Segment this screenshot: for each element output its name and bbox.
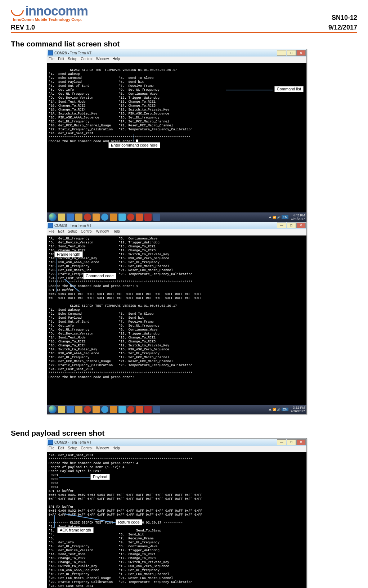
screenshot-send-payload: COM28 - Tera Term VT — □ ✕ File Edit Set… [47, 438, 307, 588]
window-title: COM28 - Tera Term VT [54, 51, 91, 55]
header-divider [11, 32, 357, 33]
minimize-button[interactable]: — [277, 439, 286, 445]
callout-line [59, 477, 90, 478]
taskbar-icon[interactable] [118, 406, 126, 413]
callout-command-code: Command code [83, 273, 116, 279]
app-icon [48, 50, 53, 55]
taskbar-icon[interactable] [136, 406, 143, 413]
lang-indicator[interactable]: EN [282, 215, 288, 219]
maximize-button[interactable]: □ [287, 223, 296, 228]
menu-help[interactable]: Help [112, 229, 120, 235]
taskbar-icon[interactable] [93, 406, 100, 413]
callout-frame-length: Frame length [54, 251, 83, 257]
menu-edit[interactable]: Edit [58, 57, 64, 63]
menu-setup[interactable]: Setup [68, 446, 77, 452]
callout-ack-frame: ACK frame length [57, 527, 94, 533]
taskbar-icon[interactable] [75, 214, 82, 221]
menu-edit[interactable]: Edit [58, 446, 64, 452]
terminal-output: ---------- KL25Z SIGFOX TEST FIRMWARE VE… [47, 63, 306, 212]
menu-edit[interactable]: Edit [58, 229, 64, 235]
taskbar-clock: 3:32 PM7/26/2017 [291, 406, 305, 413]
document-date: 9/12/2017 [328, 24, 357, 31]
start-orb-icon[interactable] [49, 213, 57, 221]
revision-label: REV 1.0 [11, 24, 35, 31]
taskbar-icon[interactable] [127, 406, 134, 413]
callout-enter-code: Enter command code here [108, 142, 160, 148]
taskbar-icon[interactable] [101, 406, 108, 413]
window-titlebar: COM28 - Tera Term VT — □ ✕ [47, 49, 306, 57]
callout-command-list: Command list [274, 86, 304, 92]
taskbar-icon[interactable] [110, 214, 117, 221]
callout-line [57, 258, 57, 292]
menu-control[interactable]: Control [81, 446, 93, 452]
callout-return-code: Return code [116, 519, 142, 525]
tray-arrow-icon[interactable] [269, 408, 271, 410]
menubar: File Edit Setup Control Window Help [47, 229, 306, 235]
windows-taskbar: 📶 🔊EN 4:45 PM7/21/2017 [47, 212, 306, 222]
menu-file[interactable]: File [49, 446, 54, 452]
terminal-output: *24. Get_Last_Sent_RSSI ****************… [47, 452, 306, 588]
minimize-button[interactable]: — [277, 50, 286, 56]
taskbar-icon[interactable] [110, 406, 117, 413]
menu-control[interactable]: Control [81, 229, 93, 235]
menu-setup[interactable]: Setup [68, 57, 77, 63]
callout-line [54, 515, 55, 528]
app-icon [48, 440, 53, 445]
menu-help[interactable]: Help [112, 446, 120, 452]
taskbar-icon[interactable] [127, 214, 134, 221]
taskbar-icon[interactable] [118, 214, 126, 221]
taskbar-icon[interactable] [153, 406, 160, 413]
taskbar-icon[interactable] [93, 214, 100, 221]
section1-title: The command list screen shot [11, 40, 357, 48]
menu-help[interactable]: Help [112, 57, 120, 63]
logo-arc-icon [8, 1, 27, 19]
window-title: COM28 - Tera Term VT [54, 440, 91, 444]
windows-taskbar: 📶 🔊EN 3:32 PM7/26/2017 [47, 405, 306, 414]
taskbar-icon[interactable] [58, 406, 65, 413]
terminal-output: *A. Get_UL_frequency *B. Continuous_Wave… [47, 235, 306, 405]
maximize-button[interactable]: □ [287, 50, 296, 56]
taskbar-clock: 4:45 PM7/21/2017 [291, 214, 305, 221]
start-orb-icon[interactable] [49, 405, 57, 413]
menu-window[interactable]: Window [96, 446, 109, 452]
window-titlebar: COM28 - Tera Term VT — □ ✕ [47, 222, 306, 229]
taskbar-icon[interactable] [101, 214, 108, 221]
close-button[interactable]: ✕ [296, 223, 306, 228]
tray-arrow-icon[interactable] [269, 216, 271, 218]
callout-line [134, 134, 134, 143]
taskbar-icon[interactable] [136, 214, 143, 221]
minimize-button[interactable]: — [277, 223, 286, 228]
section2-title: Send payload screen shot [11, 429, 357, 437]
taskbar-icon[interactable] [75, 406, 82, 413]
taskbar-icon[interactable] [67, 406, 74, 413]
logo-subtitle: InnoComm Mobile Technology Corp. [13, 17, 88, 22]
taskbar-icon[interactable] [144, 406, 152, 413]
maximize-button[interactable]: □ [287, 439, 296, 445]
taskbar-icon[interactable] [84, 406, 91, 413]
taskbar-icon[interactable] [58, 214, 65, 221]
menu-file[interactable]: File [49, 229, 54, 235]
logo-name: innocomm [25, 4, 88, 19]
menu-window[interactable]: Window [96, 229, 109, 235]
close-button[interactable]: ✕ [296, 439, 306, 445]
taskbar-icon[interactable] [153, 214, 160, 221]
callout-line [226, 90, 273, 90]
menubar: File Edit Setup Control Window Help [47, 57, 306, 63]
menu-control[interactable]: Control [81, 57, 93, 63]
callout-payload: Payload [90, 474, 110, 480]
screenshot-command-list: COM28 - Tera Term VT — □ ✕ File Edit Set… [47, 49, 307, 414]
document-id: SN10-12 [332, 14, 357, 22]
menu-window[interactable]: Window [96, 57, 109, 63]
close-button[interactable]: ✕ [296, 50, 306, 56]
menubar: File Edit Setup Control Window Help [47, 446, 306, 452]
menu-setup[interactable]: Setup [68, 229, 77, 235]
window-titlebar: COM28 - Tera Term VT — □ ✕ [47, 439, 306, 446]
window-title: COM28 - Tera Term VT [54, 224, 91, 228]
company-logo: innocomm InnoComm Mobile Technology Corp… [11, 4, 88, 22]
taskbar-icon[interactable] [84, 214, 91, 221]
lang-indicator[interactable]: EN [282, 408, 288, 411]
taskbar-icon[interactable] [144, 214, 152, 221]
taskbar-icon[interactable] [67, 214, 74, 221]
menu-file[interactable]: File [49, 57, 54, 63]
app-icon [48, 223, 53, 228]
